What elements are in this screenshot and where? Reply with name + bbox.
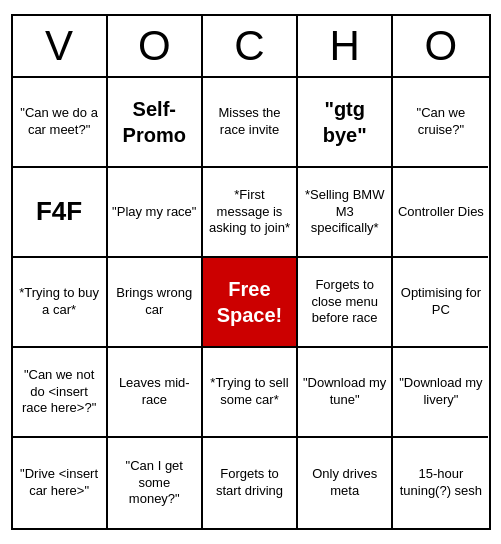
bingo-cell-6: "Play my race" bbox=[108, 168, 203, 258]
bingo-cell-19: "Download my livery" bbox=[393, 348, 488, 438]
header-letter-o-1: O bbox=[108, 16, 203, 76]
bingo-cell-10: *Trying to buy a car* bbox=[13, 258, 108, 348]
bingo-cell-17: *Trying to sell some car* bbox=[203, 348, 298, 438]
bingo-header: VOCHO bbox=[13, 16, 489, 78]
bingo-cell-8: *Selling BMW M3 specifically* bbox=[298, 168, 393, 258]
bingo-cell-7: *First message is asking to join* bbox=[203, 168, 298, 258]
bingo-card: VOCHO "Can we do a car meet?"Self-PromoM… bbox=[11, 14, 491, 530]
header-letter-h-3: H bbox=[298, 16, 393, 76]
bingo-cell-22: Forgets to start driving bbox=[203, 438, 298, 528]
bingo-cell-24: 15-hour tuning(?) sesh bbox=[393, 438, 488, 528]
bingo-cell-13: Forgets to close menu before race bbox=[298, 258, 393, 348]
bingo-cell-12: Free Space! bbox=[203, 258, 298, 348]
bingo-cell-1: Self-Promo bbox=[108, 78, 203, 168]
header-letter-v-0: V bbox=[13, 16, 108, 76]
bingo-cell-15: "Can we not do <insert race here>?" bbox=[13, 348, 108, 438]
bingo-cell-16: Leaves mid-race bbox=[108, 348, 203, 438]
bingo-cell-21: "Can I get some money?" bbox=[108, 438, 203, 528]
bingo-cell-9: Controller Dies bbox=[393, 168, 488, 258]
bingo-cell-0: "Can we do a car meet?" bbox=[13, 78, 108, 168]
header-letter-o-4: O bbox=[393, 16, 488, 76]
bingo-cell-23: Only drives meta bbox=[298, 438, 393, 528]
bingo-cell-14: Optimising for PC bbox=[393, 258, 488, 348]
bingo-cell-2: Misses the race invite bbox=[203, 78, 298, 168]
bingo-cell-18: "Download my tune" bbox=[298, 348, 393, 438]
bingo-cell-20: "Drive <insert car here>" bbox=[13, 438, 108, 528]
bingo-cell-4: "Can we cruise?" bbox=[393, 78, 488, 168]
bingo-grid: "Can we do a car meet?"Self-PromoMisses … bbox=[13, 78, 489, 528]
bingo-cell-3: "gtg bye" bbox=[298, 78, 393, 168]
bingo-cell-11: Brings wrong car bbox=[108, 258, 203, 348]
header-letter-c-2: C bbox=[203, 16, 298, 76]
bingo-cell-5: F4F bbox=[13, 168, 108, 258]
